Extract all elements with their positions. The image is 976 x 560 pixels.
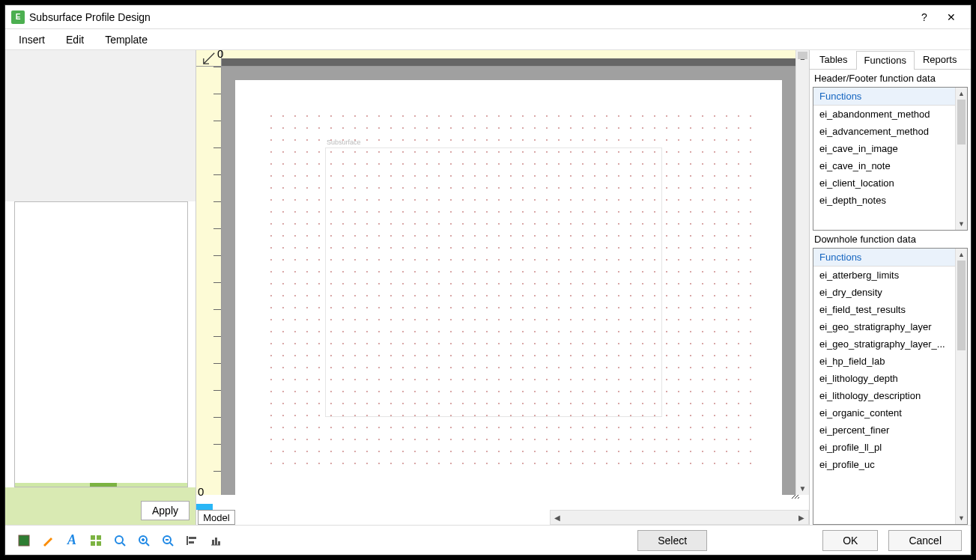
- svg-rect-16: [189, 541, 194, 544]
- tool-zoom-out-icon[interactable]: [158, 531, 178, 550]
- menu-edit[interactable]: Edit: [66, 34, 84, 46]
- preview-progress: [15, 483, 187, 487]
- list-item[interactable]: ei_lithology_description: [813, 387, 955, 404]
- list-scrollbar[interactable]: ▲ ▼: [955, 88, 967, 230]
- list-header[interactable]: Functions: [813, 88, 955, 106]
- list-item[interactable]: ei_advancement_method: [813, 123, 955, 140]
- list-item[interactable]: ei_geo_stratigraphy_layer_...: [813, 335, 955, 353]
- list-item[interactable]: ei_cave_in_image: [813, 140, 955, 157]
- page[interactable]: Subsurface: [235, 80, 782, 495]
- tab-reports[interactable]: Reports: [915, 50, 966, 69]
- scroll-thumb[interactable]: [957, 100, 966, 144]
- svg-rect-1: [91, 535, 95, 540]
- scroll-up-icon[interactable]: ▲: [956, 249, 967, 261]
- list-item[interactable]: ei_client_location: [813, 174, 955, 192]
- center-column: 0 0 Subsurface: [196, 50, 810, 525]
- close-button[interactable]: ✕: [938, 7, 965, 28]
- subsurface-region[interactable]: [325, 147, 662, 417]
- header-footer-list[interactable]: Functions ei_abandonment_method ei_advan…: [813, 87, 968, 231]
- downhole-list[interactable]: Functions ei_atterberg_limits ei_dry_den…: [813, 248, 968, 525]
- scroll-up-icon[interactable]: ▲: [956, 88, 967, 100]
- ruler-vertical[interactable]: 0: [196, 67, 222, 495]
- list-item[interactable]: ei_profile_ll_pl: [813, 439, 955, 456]
- tool-select-icon[interactable]: [14, 531, 34, 550]
- list-item[interactable]: ei_field_test_results: [813, 301, 955, 318]
- svg-line-6: [122, 543, 125, 546]
- apply-button[interactable]: Apply: [141, 501, 190, 520]
- title-bar: E Subsurface Profile Design ? ✕: [5, 5, 971, 29]
- right-column: Tables Functions Reports Header/Footer f…: [810, 50, 971, 525]
- tab-functions[interactable]: Functions: [856, 51, 915, 70]
- scroll-down-icon[interactable]: ▼: [956, 512, 967, 524]
- right-tabs: Tables Functions Reports: [810, 50, 971, 70]
- list-item[interactable]: ei_atterberg_limits: [813, 267, 955, 284]
- svg-rect-20: [218, 541, 220, 545]
- dialog-window: E Subsurface Profile Design ? ✕ Insert E…: [4, 4, 972, 556]
- help-button[interactable]: ?: [911, 7, 938, 28]
- scroll-down-icon[interactable]: ▼: [956, 218, 967, 230]
- app-icon: E: [11, 10, 25, 24]
- window-title: Subsurface Profile Design: [29, 11, 911, 23]
- scroll-thumb[interactable]: [957, 261, 966, 350]
- list-item[interactable]: ei_percent_finer: [813, 421, 955, 439]
- horizontal-scrollbar[interactable]: ◀ ▶: [550, 510, 809, 525]
- list-item[interactable]: ei_depth_notes: [813, 192, 955, 209]
- svg-rect-15: [189, 537, 196, 539]
- tool-zoom-in-icon[interactable]: [134, 531, 154, 550]
- apply-row: Apply: [5, 487, 195, 525]
- svg-point-5: [115, 536, 123, 544]
- scroll-right-icon[interactable]: ▶: [795, 511, 808, 524]
- tool-text-icon[interactable]: A: [62, 531, 82, 550]
- cancel-button[interactable]: Cancel: [888, 530, 962, 551]
- scroll-down-icon[interactable]: ▼: [796, 481, 809, 495]
- menu-insert[interactable]: Insert: [19, 34, 45, 46]
- list-item[interactable]: ei_dry_density: [813, 284, 955, 301]
- tab-tables[interactable]: Tables: [811, 50, 856, 69]
- header-footer-label: Header/Footer function data: [810, 70, 971, 87]
- tool-align-icon[interactable]: [182, 531, 201, 550]
- list-item[interactable]: ei_cave_in_note: [813, 157, 955, 174]
- left-top-panel: [5, 50, 195, 201]
- vertical-scrollbar[interactable]: ▲ ▼: [795, 50, 809, 495]
- svg-rect-18: [212, 540, 214, 545]
- left-column: Apply: [5, 50, 196, 525]
- list-item[interactable]: ei_organic_content: [813, 404, 955, 421]
- list-item[interactable]: ei_lithology_depth: [813, 370, 955, 387]
- design-stage[interactable]: Subsurface: [222, 67, 795, 495]
- tool-zoom-fit-icon[interactable]: [110, 531, 130, 550]
- list-scrollbar[interactable]: ▲ ▼: [955, 249, 967, 524]
- main-row: Apply 0 0 Subsurface: [5, 50, 971, 525]
- ruler-h-origin: 0: [217, 50, 223, 60]
- bottom-bar: A Select OK Cancel: [5, 525, 971, 555]
- ruler-horizontal[interactable]: 0: [222, 50, 795, 67]
- tool-chart-icon[interactable]: [206, 531, 225, 550]
- list-item[interactable]: ei_abandonment_method: [813, 106, 955, 123]
- svg-line-12: [170, 543, 173, 546]
- svg-rect-2: [97, 535, 101, 540]
- menu-template[interactable]: Template: [105, 34, 148, 46]
- select-button[interactable]: Select: [637, 530, 707, 551]
- list-item[interactable]: ei_geo_stratigraphy_layer: [813, 318, 955, 335]
- bottom-view-row: Model ◀ ▶: [196, 510, 809, 525]
- ok-button[interactable]: OK: [822, 530, 878, 551]
- downhole-label: Downhole function data: [810, 231, 971, 248]
- svg-rect-19: [215, 538, 217, 545]
- svg-line-8: [146, 543, 149, 546]
- ruler-v-origin: 0: [198, 485, 204, 498]
- scroll-left-icon[interactable]: ◀: [551, 511, 564, 524]
- list-header[interactable]: Functions: [813, 249, 955, 267]
- menu-bar: Insert Edit Template: [5, 29, 971, 50]
- page-marker-left: [196, 504, 213, 510]
- tool-pencil-icon[interactable]: [38, 531, 58, 550]
- vscroll-thumb[interactable]: [798, 52, 807, 59]
- canvas-area: 0 0 Subsurface: [196, 50, 809, 510]
- view-tab-model[interactable]: Model: [198, 510, 235, 525]
- region-label: Subsurface: [327, 139, 361, 146]
- tool-grid-icon[interactable]: [86, 531, 106, 550]
- preview-panel[interactable]: [14, 201, 188, 487]
- list-item[interactable]: ei_profile_uc: [813, 456, 955, 473]
- svg-rect-3: [91, 541, 95, 546]
- svg-rect-4: [97, 541, 101, 546]
- svg-rect-0: [19, 535, 29, 546]
- list-item[interactable]: ei_hp_field_lab: [813, 353, 955, 370]
